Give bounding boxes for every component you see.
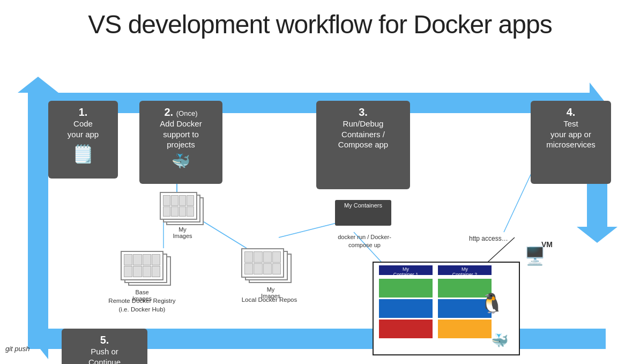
step2-label: Add Dockersupport toprojects bbox=[144, 118, 218, 150]
container2-label: MyContainer 2 bbox=[438, 265, 492, 275]
connector-svg bbox=[0, 44, 640, 361]
yellow-block bbox=[438, 320, 492, 338]
step2-number: 2. (Once) bbox=[165, 106, 198, 118]
red-block bbox=[379, 320, 433, 338]
diagram-area: 1. Codeyour app 🗒️ 2. (Once) Add Dockers… bbox=[0, 44, 640, 361]
my-images-stack-top: MyImages bbox=[160, 192, 205, 229]
green-block-1 bbox=[379, 279, 433, 298]
doc-icon: 🗒️ bbox=[53, 144, 114, 164]
step4-number: 4. bbox=[535, 106, 607, 118]
docker-icon: 🐳 bbox=[144, 152, 218, 170]
docker-run-label: docker run / Docker-compose up bbox=[330, 233, 399, 250]
svg-marker-7 bbox=[18, 77, 58, 93]
main-title: VS development workflow for Docker apps bbox=[0, 0, 640, 44]
step3-box: 3. Run/DebugContainers /Compose app bbox=[316, 101, 410, 189]
linux-icon: 🐧 bbox=[480, 292, 504, 315]
svg-rect-6 bbox=[28, 93, 48, 349]
step1-number: 1. bbox=[53, 106, 114, 118]
my-images-stack-local: MyImages bbox=[241, 248, 300, 288]
step5-number: 5. bbox=[66, 334, 143, 346]
container1-label: MyContainer 1 bbox=[379, 265, 433, 275]
svg-marker-5 bbox=[32, 318, 48, 359]
step4-label: Testyour app ormicroservices bbox=[535, 118, 607, 150]
step5-box: 5. Push orContinuedeveloping bbox=[62, 329, 147, 364]
my-images-top-label: MyImages bbox=[160, 226, 205, 239]
http-access-label: http access… bbox=[469, 235, 508, 242]
step1-box: 1. Codeyour app 🗒️ bbox=[48, 101, 118, 179]
step2-once: (Once) bbox=[176, 109, 198, 117]
base-images-stack: BaseImages bbox=[121, 251, 185, 291]
step5-label: Push orContinuedeveloping bbox=[66, 346, 143, 364]
step4-box: 4. Testyour app ormicroservices bbox=[531, 101, 611, 184]
step3-label: Run/DebugContainers /Compose app bbox=[321, 118, 406, 150]
page-container: VS development workflow for Docker apps bbox=[0, 0, 640, 361]
svg-marker-3 bbox=[577, 227, 617, 243]
step2-box: 2. (Once) Add Dockersupport toprojects 🐳 bbox=[139, 101, 222, 184]
step3-number: 3. bbox=[321, 106, 406, 118]
remote-registry-label: Remote Docker Registry (i.e. Docker Hub) bbox=[105, 296, 180, 314]
my-containers-box: My Containers bbox=[335, 200, 391, 226]
vm-monitor-icon: 🖥️ bbox=[524, 246, 546, 266]
docker-whale-icon: 🐳 bbox=[491, 332, 508, 349]
local-repos-label: Local Docker Repos bbox=[241, 295, 297, 304]
blue-block-1 bbox=[379, 299, 433, 318]
vm-box: MyContainer 1 MyContainer 2 🐧 🐳 bbox=[373, 262, 520, 355]
git-push-label: git push bbox=[5, 345, 30, 353]
step1-label: Codeyour app bbox=[53, 118, 114, 139]
my-containers-label: My Containers bbox=[344, 202, 382, 209]
